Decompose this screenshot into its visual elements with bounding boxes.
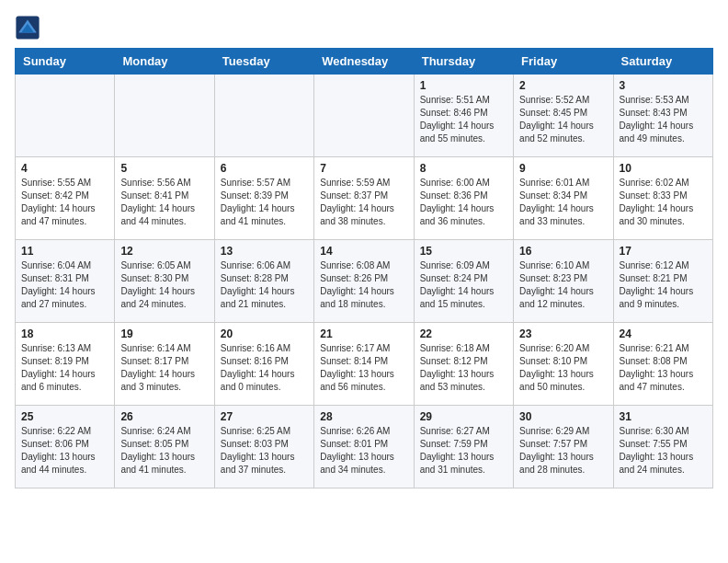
day-number: 21 (320, 327, 407, 340)
day-info: Sunrise: 6:29 AM Sunset: 7:57 PM Dayligh… (519, 425, 607, 477)
day-info: Sunrise: 5:57 AM Sunset: 8:39 PM Dayligh… (221, 177, 308, 228)
calendar-week-row: 4Sunrise: 5:55 AM Sunset: 8:42 PM Daylig… (16, 157, 713, 240)
day-number: 14 (320, 245, 407, 258)
calendar-day-cell: 14Sunrise: 6:08 AM Sunset: 8:26 PM Dayli… (314, 240, 414, 323)
calendar-day-cell: 2Sunrise: 5:52 AM Sunset: 8:45 PM Daylig… (514, 75, 613, 157)
calendar-day-cell: 8Sunrise: 6:00 AM Sunset: 8:36 PM Daylig… (414, 157, 513, 240)
day-of-week-header: Sunday (16, 49, 115, 75)
calendar-header: SundayMondayTuesdayWednesdayThursdayFrid… (16, 49, 713, 75)
calendar-week-row: 18Sunrise: 6:13 AM Sunset: 8:19 PM Dayli… (16, 323, 713, 406)
calendar-day-cell: 28Sunrise: 6:26 AM Sunset: 8:01 PM Dayli… (314, 406, 414, 488)
day-number: 2 (519, 79, 607, 92)
day-number: 26 (120, 410, 208, 423)
day-info: Sunrise: 6:08 AM Sunset: 8:26 PM Dayligh… (320, 259, 407, 311)
day-info: Sunrise: 6:18 AM Sunset: 8:12 PM Dayligh… (420, 342, 507, 394)
calendar-body: 1Sunrise: 5:51 AM Sunset: 8:46 PM Daylig… (16, 75, 713, 488)
day-number: 29 (420, 410, 507, 423)
day-info: Sunrise: 5:53 AM Sunset: 8:43 PM Dayligh… (620, 94, 707, 145)
calendar-day-cell: 3Sunrise: 5:53 AM Sunset: 8:43 PM Daylig… (613, 75, 712, 157)
day-of-week-header: Thursday (414, 49, 513, 75)
calendar-day-cell (16, 75, 115, 157)
day-info: Sunrise: 6:22 AM Sunset: 8:06 PM Dayligh… (21, 425, 108, 477)
day-info: Sunrise: 5:51 AM Sunset: 8:46 PM Dayligh… (420, 94, 507, 145)
calendar-day-cell: 13Sunrise: 6:06 AM Sunset: 8:28 PM Dayli… (214, 240, 313, 323)
day-info: Sunrise: 6:06 AM Sunset: 8:28 PM Dayligh… (221, 259, 308, 311)
day-info: Sunrise: 6:25 AM Sunset: 8:03 PM Dayligh… (221, 425, 308, 477)
day-number: 28 (320, 410, 407, 423)
day-number: 12 (120, 245, 208, 258)
day-number: 6 (221, 162, 308, 175)
day-number: 27 (221, 410, 308, 423)
day-info: Sunrise: 6:17 AM Sunset: 8:14 PM Dayligh… (320, 342, 407, 394)
day-info: Sunrise: 5:55 AM Sunset: 8:42 PM Dayligh… (21, 177, 108, 228)
day-info: Sunrise: 6:10 AM Sunset: 8:23 PM Dayligh… (519, 259, 607, 311)
calendar-day-cell: 21Sunrise: 6:17 AM Sunset: 8:14 PM Dayli… (314, 323, 414, 406)
calendar-day-cell: 27Sunrise: 6:25 AM Sunset: 8:03 PM Dayli… (214, 406, 313, 488)
calendar-day-cell: 11Sunrise: 6:04 AM Sunset: 8:31 PM Dayli… (16, 240, 115, 323)
calendar-day-cell: 9Sunrise: 6:01 AM Sunset: 8:34 PM Daylig… (514, 157, 613, 240)
day-info: Sunrise: 6:26 AM Sunset: 8:01 PM Dayligh… (320, 425, 407, 477)
calendar-day-cell: 22Sunrise: 6:18 AM Sunset: 8:12 PM Dayli… (414, 323, 513, 406)
day-info: Sunrise: 6:05 AM Sunset: 8:30 PM Dayligh… (120, 259, 208, 311)
day-of-week-header: Monday (115, 49, 214, 75)
day-info: Sunrise: 6:02 AM Sunset: 8:33 PM Dayligh… (620, 177, 707, 228)
logo-icon (15, 15, 40, 40)
day-info: Sunrise: 6:30 AM Sunset: 7:55 PM Dayligh… (620, 425, 707, 477)
calendar-week-row: 25Sunrise: 6:22 AM Sunset: 8:06 PM Dayli… (16, 406, 713, 488)
calendar-table: SundayMondayTuesdayWednesdayThursdayFrid… (15, 48, 713, 488)
day-info: Sunrise: 6:16 AM Sunset: 8:16 PM Dayligh… (221, 342, 308, 394)
calendar-day-cell: 17Sunrise: 6:12 AM Sunset: 8:21 PM Dayli… (613, 240, 712, 323)
day-number: 17 (620, 245, 707, 258)
calendar-day-cell (115, 75, 214, 157)
day-number: 5 (120, 162, 208, 175)
calendar-day-cell: 30Sunrise: 6:29 AM Sunset: 7:57 PM Dayli… (514, 406, 613, 488)
calendar-week-row: 1Sunrise: 5:51 AM Sunset: 8:46 PM Daylig… (16, 75, 713, 157)
day-number: 1 (420, 79, 507, 92)
day-info: Sunrise: 6:00 AM Sunset: 8:36 PM Dayligh… (420, 177, 507, 228)
calendar-day-cell: 20Sunrise: 6:16 AM Sunset: 8:16 PM Dayli… (214, 323, 313, 406)
day-number: 15 (420, 245, 507, 258)
day-number: 25 (21, 410, 108, 423)
calendar-week-row: 11Sunrise: 6:04 AM Sunset: 8:31 PM Dayli… (16, 240, 713, 323)
day-number: 24 (620, 327, 707, 340)
day-info: Sunrise: 6:27 AM Sunset: 7:59 PM Dayligh… (420, 425, 507, 477)
day-info: Sunrise: 6:12 AM Sunset: 8:21 PM Dayligh… (620, 259, 707, 311)
day-number: 30 (519, 410, 607, 423)
calendar-day-cell: 4Sunrise: 5:55 AM Sunset: 8:42 PM Daylig… (16, 157, 115, 240)
calendar-day-cell: 31Sunrise: 6:30 AM Sunset: 7:55 PM Dayli… (613, 406, 712, 488)
calendar-day-cell: 5Sunrise: 5:56 AM Sunset: 8:41 PM Daylig… (115, 157, 214, 240)
day-info: Sunrise: 6:21 AM Sunset: 8:08 PM Dayligh… (620, 342, 707, 394)
page-header (15, 15, 713, 40)
day-info: Sunrise: 6:01 AM Sunset: 8:34 PM Dayligh… (519, 177, 607, 228)
day-number: 13 (221, 245, 308, 258)
calendar-day-cell: 18Sunrise: 6:13 AM Sunset: 8:19 PM Dayli… (16, 323, 115, 406)
day-number: 3 (620, 79, 707, 92)
day-of-week-header: Wednesday (314, 49, 414, 75)
day-number: 11 (21, 245, 108, 258)
day-number: 10 (620, 162, 707, 175)
day-number: 9 (519, 162, 607, 175)
day-number: 16 (519, 245, 607, 258)
calendar-day-cell: 1Sunrise: 5:51 AM Sunset: 8:46 PM Daylig… (414, 75, 513, 157)
calendar-day-cell: 23Sunrise: 6:20 AM Sunset: 8:10 PM Dayli… (514, 323, 613, 406)
day-info: Sunrise: 6:09 AM Sunset: 8:24 PM Dayligh… (420, 259, 507, 311)
calendar-day-cell: 10Sunrise: 6:02 AM Sunset: 8:33 PM Dayli… (613, 157, 712, 240)
day-number: 7 (320, 162, 407, 175)
day-of-week-header: Tuesday (214, 49, 313, 75)
day-info: Sunrise: 6:14 AM Sunset: 8:17 PM Dayligh… (120, 342, 208, 394)
day-number: 22 (420, 327, 507, 340)
day-of-week-header: Friday (514, 49, 613, 75)
calendar-day-cell: 26Sunrise: 6:24 AM Sunset: 8:05 PM Dayli… (115, 406, 214, 488)
day-number: 20 (221, 327, 308, 340)
days-header-row: SundayMondayTuesdayWednesdayThursdayFrid… (16, 49, 713, 75)
calendar-day-cell: 25Sunrise: 6:22 AM Sunset: 8:06 PM Dayli… (16, 406, 115, 488)
day-number: 4 (21, 162, 108, 175)
day-info: Sunrise: 6:20 AM Sunset: 8:10 PM Dayligh… (519, 342, 607, 394)
calendar-day-cell: 6Sunrise: 5:57 AM Sunset: 8:39 PM Daylig… (214, 157, 313, 240)
day-info: Sunrise: 5:56 AM Sunset: 8:41 PM Dayligh… (120, 177, 208, 228)
calendar-day-cell: 15Sunrise: 6:09 AM Sunset: 8:24 PM Dayli… (414, 240, 513, 323)
logo (15, 15, 44, 40)
calendar-day-cell: 16Sunrise: 6:10 AM Sunset: 8:23 PM Dayli… (514, 240, 613, 323)
calendar-day-cell (314, 75, 414, 157)
day-info: Sunrise: 5:52 AM Sunset: 8:45 PM Dayligh… (519, 94, 607, 145)
